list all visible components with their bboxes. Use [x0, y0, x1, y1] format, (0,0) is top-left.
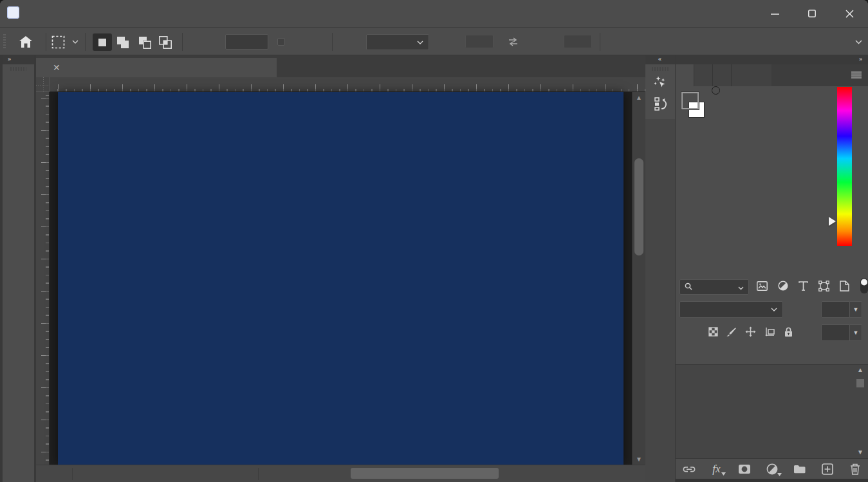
menu-bar	[0, 0, 868, 27]
link-layers-icon[interactable]	[682, 462, 696, 476]
new-group-icon[interactable]	[793, 462, 807, 476]
dock-panels: »	[676, 55, 868, 482]
tool-panel: »	[3, 55, 34, 482]
filter-type-layers-icon[interactable]	[799, 281, 808, 293]
divider	[46, 33, 46, 51]
vertical-scrollbar[interactable]: ▲ ▼	[632, 92, 645, 465]
history-panel-icon[interactable]	[650, 94, 670, 113]
document-tab[interactable]: ✕	[36, 58, 277, 77]
color-panel-menu-icon[interactable]	[850, 64, 863, 86]
color-picker-marker[interactable]	[712, 86, 720, 95]
document-canvas[interactable]	[58, 92, 623, 465]
status-bar	[36, 465, 645, 482]
toolbar-grip	[10, 67, 26, 71]
foreground-color-swatch[interactable]	[681, 92, 699, 109]
panel-expand-icon[interactable]: »	[676, 55, 868, 64]
anti-alias-checkbox[interactable]	[277, 28, 285, 56]
vertical-scroll-thumb[interactable]	[634, 158, 643, 255]
options-bar	[0, 27, 868, 55]
hue-slider-pointer[interactable]	[829, 217, 836, 226]
photoshop-window: » ✕ ▲	[0, 0, 868, 482]
options-overflow-chevron-icon[interactable]	[855, 28, 862, 56]
new-selection-button[interactable]	[93, 33, 112, 51]
divider	[72, 468, 73, 480]
lock-all-icon[interactable]	[784, 327, 793, 340]
layer-effects-icon[interactable]: fx	[710, 462, 724, 476]
minimize-button[interactable]	[756, 0, 793, 27]
photoshop-logo-icon[interactable]	[7, 6, 19, 19]
hue-slider[interactable]	[837, 87, 852, 246]
layer-filter-toggle[interactable]	[860, 277, 868, 297]
style-select[interactable]	[366, 34, 429, 50]
layer-list-scrollbar[interactable]: ▲ ▼	[853, 365, 868, 458]
dock-grip	[652, 67, 669, 71]
lock-transparency-icon[interactable]	[708, 327, 718, 339]
home-icon[interactable]	[19, 28, 33, 56]
height-input[interactable]	[564, 35, 592, 48]
ruler-row	[36, 77, 645, 92]
lock-artboard-icon[interactable]	[764, 327, 776, 340]
dock-collapse-icon[interactable]: «	[645, 55, 675, 64]
options-bar-grip[interactable]	[3, 34, 6, 50]
maximize-button[interactable]	[793, 0, 831, 27]
saturation-brightness-field[interactable]	[712, 86, 824, 246]
main-area: » ✕ ▲	[0, 55, 868, 482]
lock-pixels-icon[interactable]	[726, 327, 737, 340]
filter-pixel-layers-icon[interactable]	[757, 281, 768, 293]
tool-preset-chevron-icon[interactable]	[72, 28, 78, 56]
divider	[85, 33, 86, 51]
tab-patterns[interactable]	[732, 64, 771, 86]
divider	[258, 468, 259, 480]
horizontal-ruler[interactable]	[50, 77, 645, 92]
lock-position-icon[interactable]	[745, 326, 756, 340]
add-to-selection-button[interactable]	[113, 33, 133, 51]
feather-input[interactable]	[225, 34, 268, 50]
filter-adjustment-layers-icon[interactable]	[778, 281, 788, 293]
opacity-input[interactable]: ▼	[821, 301, 862, 318]
new-layer-icon[interactable]	[820, 462, 835, 476]
tool-preset-marquee-icon[interactable]	[51, 28, 65, 56]
toolbar-expand-icon[interactable]: »	[3, 55, 34, 64]
tab-gradients[interactable]	[713, 64, 732, 86]
color-panel-tabs	[676, 64, 868, 86]
scroll-up-icon[interactable]: ▲	[633, 94, 645, 101]
divider	[182, 33, 183, 51]
width-input[interactable]	[465, 35, 494, 48]
document-tab-bar: ✕	[36, 55, 645, 77]
foreground-background-swatches	[681, 92, 708, 119]
delete-layer-icon[interactable]	[848, 462, 862, 476]
close-button[interactable]	[831, 0, 868, 27]
right-dock: «	[645, 55, 868, 482]
layers-bottom-bar: fx	[676, 458, 868, 479]
add-layer-mask-icon[interactable]	[737, 462, 752, 476]
color-panel	[676, 86, 868, 270]
ruler-origin-corner[interactable]	[36, 77, 50, 92]
layer-filter-kind-select[interactable]	[679, 279, 749, 295]
window-controls	[756, 0, 868, 27]
blend-mode-select[interactable]	[679, 301, 783, 318]
fill-input[interactable]: ▼	[821, 324, 862, 341]
intersect-selection-button[interactable]	[156, 33, 175, 51]
subtract-from-selection-button[interactable]	[135, 33, 154, 51]
swap-dimensions-icon[interactable]	[508, 28, 519, 56]
list-scroll-up-icon[interactable]: ▲	[853, 366, 868, 373]
filter-shape-layers-icon[interactable]	[818, 281, 829, 294]
filter-smart-objects-icon[interactable]	[840, 281, 849, 294]
divider	[332, 33, 333, 51]
divider	[600, 33, 600, 51]
tool-strip: »	[0, 55, 36, 482]
document-close-icon[interactable]: ✕	[53, 62, 60, 73]
pasteboard	[44, 92, 618, 465]
canvas-viewport: ▲ ▼	[36, 92, 645, 465]
horizontal-scroll-thumb[interactable]	[351, 468, 499, 479]
ai-sparkle-panel-icon[interactable]	[650, 72, 670, 91]
scroll-down-icon[interactable]: ▼	[633, 456, 645, 463]
layer-list: ▲ ▼	[676, 364, 868, 458]
document-area: ✕ ▲ ▼	[36, 55, 645, 482]
new-adjustment-layer-icon[interactable]	[765, 462, 779, 476]
list-scroll-down-icon[interactable]: ▼	[853, 449, 868, 456]
tab-color[interactable]	[676, 64, 694, 86]
tab-swatches[interactable]	[694, 64, 713, 86]
dock-icon-strip: «	[645, 55, 676, 482]
list-scroll-thumb[interactable]	[856, 379, 864, 387]
